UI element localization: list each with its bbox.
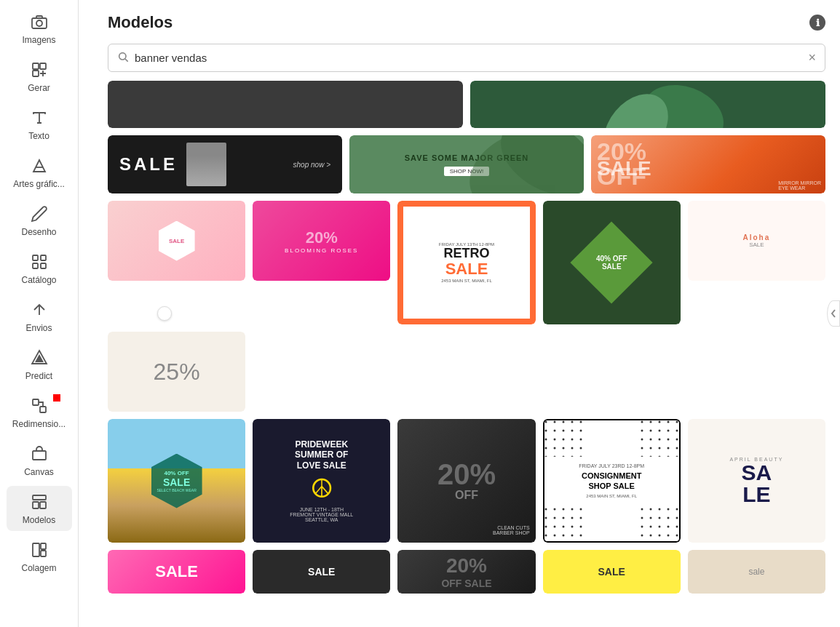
draw-icon (29, 204, 49, 224)
template-barber-sale[interactable]: 20% OFF CLEAN CUTSBARBER SHOP (397, 419, 535, 543)
template-consignment[interactable]: FRIDAY JULY 23RD 12-8PM CONSIGNMENTSHOP … (543, 419, 681, 543)
svg-rect-13 (33, 451, 46, 460)
dark-partial-bg (108, 81, 463, 128)
hex-sale-text: SALE (169, 238, 184, 244)
beach-off-text: 40% OFF (164, 470, 189, 476)
beach-sale-text: SALE (163, 476, 190, 488)
sale-text: SALE (119, 154, 178, 175)
search-input[interactable] (135, 52, 808, 64)
sidebar-item-label: Envios (25, 323, 52, 333)
canvas-icon (29, 444, 49, 464)
template-pride-sale[interactable]: PRIDEWEEKSUMMER OFLOVE SALE ☮ JUNE 12TH … (253, 419, 390, 543)
svg-rect-18 (41, 543, 46, 549)
bot-pink-sale: SALE (155, 562, 198, 581)
camera-icon (29, 12, 49, 32)
template-save-green[interactable]: SAVE SOME MAJOR GREEN SHOP NOW! (349, 135, 584, 193)
sidebar-collapse-button[interactable] (157, 306, 172, 321)
template-bot-dark[interactable]: SALE (253, 550, 390, 594)
text-icon (29, 108, 49, 128)
svg-point-20 (119, 52, 126, 59)
diamond-shape: 40% OFFSALE (571, 221, 653, 303)
pride-title: PRIDEWEEKSUMMER OFLOVE SALE (295, 439, 348, 471)
template-40off-herbs[interactable]: 40% OFFSALE (543, 201, 681, 324)
grid-row-4: SALE SALE 20% OFF SALE SALE (108, 550, 825, 594)
svg-rect-27 (544, 420, 585, 457)
consign-date: FRIDAY JULY 23RD 12-8PM (579, 463, 644, 468)
sidebar-item-envios[interactable]: Envios (7, 294, 72, 339)
25pct-text: 25% (154, 359, 200, 386)
template-pink-roses[interactable]: 20% BLOOMING ROSES (253, 201, 390, 281)
svg-rect-17 (33, 543, 39, 556)
sidebar-item-label: Canvas (24, 467, 54, 477)
svg-rect-28 (638, 420, 679, 457)
green-partial-bg (470, 81, 825, 128)
leaves-overlay (396, 135, 584, 193)
svg-rect-14 (33, 495, 46, 500)
template-green-partial[interactable] (470, 81, 825, 128)
template-bot-20off[interactable]: 20% OFF SALE (397, 550, 535, 594)
predict-icon (29, 348, 49, 368)
svg-rect-12 (40, 407, 46, 412)
template-20off-mirror[interactable]: 20%OFF SALE MIRROR MIRROREYE WEAR (591, 135, 825, 193)
sidebar-item-label: Gerar (28, 83, 50, 93)
graphic-arts-icon (29, 156, 49, 176)
template-small-hex[interactable]: SALE (108, 201, 245, 281)
sidebar-item-canvas[interactable]: Canvas (7, 438, 72, 483)
sidebar-item-gerar[interactable]: Gerar (7, 54, 72, 99)
partial-top-row (108, 81, 825, 128)
beach-hex: 40% OFF SALE SELECT BEACH WEAR (151, 454, 202, 508)
sidebar-item-label: Imagens (22, 35, 55, 45)
sidebar-item-wrapper-redimensio: Redimensio... (7, 390, 72, 435)
badge-new (53, 394, 60, 402)
info-button[interactable]: ℹ (809, 15, 825, 31)
diamond-text: 40% OFFSALE (596, 255, 627, 271)
sidebar-item-modelos[interactable]: Modelos (7, 486, 72, 531)
search-clear-button[interactable]: × (808, 50, 816, 65)
svg-rect-30 (638, 505, 679, 541)
template-25pct[interactable]: 25% (108, 332, 245, 412)
bot-20off-sale: OFF SALE (441, 578, 491, 589)
svg-rect-2 (33, 63, 39, 69)
blooming-roses-label: BLOOMING ROSES (285, 247, 358, 254)
sidebar-item-predict[interactable]: Predict (7, 342, 72, 387)
svg-rect-19 (41, 551, 46, 556)
consign-title: CONSIGNMENTSHOP SALE (582, 471, 642, 490)
template-dark-partial[interactable] (108, 81, 463, 128)
template-bot-pink[interactable]: SALE (108, 550, 245, 594)
template-beach-sale[interactable]: 40% OFF SALE SELECT BEACH WEAR (108, 419, 245, 543)
generate-icon (29, 60, 49, 80)
template-sale-black[interactable]: SALE shop now > (108, 135, 342, 193)
retro-addr: 2453 MAIN ST, MIAMI, FL (441, 279, 492, 283)
right-panel-toggle[interactable] (827, 300, 840, 327)
search-wrapper: × (93, 39, 840, 81)
template-retro-sale[interactable]: FRIDAY JULY 13TH 12-8PM RETRO SALE 2453 … (397, 201, 535, 324)
bot-20off-pct: 20% (446, 554, 487, 578)
aloha-title: Aloha (743, 233, 771, 241)
sidebar-item-desenho[interactable]: Desenho (7, 198, 72, 243)
sidebar: Imagens Gerar Texto Artes gráfic... (0, 0, 79, 627)
banner-row: SALE shop now > SAVE SOME M (108, 135, 825, 193)
sidebar-item-imagens[interactable]: Imagens (7, 6, 72, 51)
svg-rect-7 (33, 263, 38, 268)
template-april-sale[interactable]: APRIL BEAUTY SALE (688, 419, 825, 543)
sidebar-item-catalogo[interactable]: Catálogo (7, 246, 72, 291)
catalog-icon (29, 252, 49, 272)
template-aloha[interactable]: Aloha SALE (688, 201, 825, 281)
sidebar-item-texto[interactable]: Texto (7, 102, 72, 147)
page-title: Modelos (108, 13, 173, 32)
svg-point-1 (36, 20, 42, 26)
roses-pct-text: 20% (306, 228, 338, 247)
sidebar-item-redimensio[interactable]: Redimensio... (7, 390, 72, 435)
person-image (186, 143, 226, 186)
svg-rect-4 (33, 71, 39, 76)
template-bot-yellow[interactable]: SALE (543, 550, 681, 594)
template-bot-neutral[interactable]: sale (688, 550, 825, 594)
sidebar-item-label: Artes gráfic... (13, 179, 65, 189)
shop-now-area: shop now > (293, 161, 330, 169)
beach-select-text: SELECT BEACH WEAR (156, 488, 196, 492)
aloha-sub: SALE (749, 241, 764, 248)
main-content: Modelos ℹ × (93, 0, 840, 627)
mirror-sale: SALE (597, 157, 651, 180)
sidebar-item-artes[interactable]: Artes gráfic... (7, 150, 72, 195)
sidebar-item-colagem[interactable]: Colagem (7, 534, 72, 579)
